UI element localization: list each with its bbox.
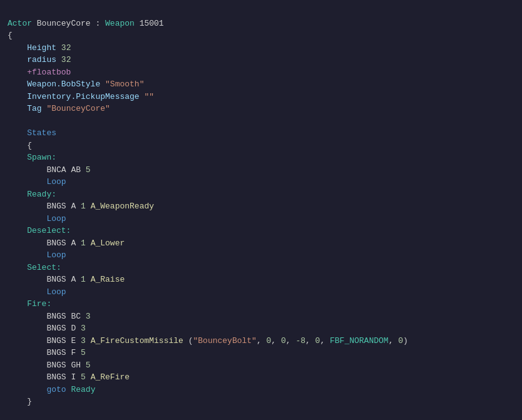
state-spawn-body1: BNCA AB [8, 165, 86, 175]
action-lower: A_Lower [91, 238, 125, 248]
val-pickupmsg: "" [144, 92, 154, 101]
keyword-actor: Actor [8, 19, 32, 28]
action-raise: A_Raise [91, 275, 125, 284]
val-flag: FBF_NORANDOM [330, 336, 389, 346]
prop-pickupmsg: Inventory.PickupMessage [8, 92, 140, 101]
val-missiletype: "BounceyBolt" [193, 336, 257, 346]
actor-name: BounceyCore : [32, 19, 105, 28]
actor-id: 15001 [135, 19, 164, 28]
state-select-loop: Loop [8, 287, 66, 297]
brace-open: { [8, 31, 13, 40]
state-fire-label: Fire: [8, 299, 51, 309]
val-bobstyle: "Smooth" [105, 79, 144, 89]
state-select-body1: BNGS A [8, 275, 81, 284]
val-tag: "BounceyCore" [46, 104, 110, 113]
prop-tag: Tag [8, 104, 42, 113]
goto-target: Ready [71, 385, 95, 394]
state-deselect-label: Deselect: [8, 226, 71, 235]
val-height: 32 [61, 43, 71, 53]
state-deselect-loop: Loop [8, 250, 66, 260]
state-ready-body1: BNGS A [8, 202, 81, 211]
states-brace-close: } [8, 397, 32, 406]
val-radius: 32 [61, 55, 71, 64]
state-fire-body6: BNGS I [8, 372, 81, 382]
action-refire: A_ReFire [91, 372, 130, 382]
action-weaponready: A_WeaponReady [91, 202, 154, 211]
state-fire-body2: BNGS D [8, 324, 81, 333]
prop-floatbob: +floatbob [8, 68, 71, 77]
code-editor: Actor BounceyCore : Weapon 15001 { Heigh… [0, 0, 522, 420]
state-spawn-loop: Loop [8, 177, 66, 187]
action-firecustommissile: A_FireCustomMissile [91, 336, 183, 346]
state-fire-body1: BNGS BC [8, 312, 86, 321]
state-deselect-body1: BNGS A [8, 238, 81, 248]
keyword-states: States [8, 128, 56, 138]
state-fire-body5: BNGS GH [8, 361, 86, 370]
state-fire-body4: BNGS F [8, 348, 81, 357]
goto-keyword: goto [8, 385, 66, 394]
state-ready-label: Ready: [8, 190, 56, 199]
state-fire-body3: BNGS E [8, 336, 81, 346]
prop-height: Height [8, 43, 56, 53]
prop-radius: radius [8, 55, 56, 64]
state-spawn-label: Spawn: [8, 153, 56, 162]
prop-bobstyle: Weapon.BobStyle [8, 79, 100, 89]
state-ready-loop: Loop [8, 214, 66, 223]
states-brace-open: { [8, 141, 32, 150]
state-select-label: Select: [8, 263, 61, 272]
base-class: Weapon [105, 19, 135, 28]
